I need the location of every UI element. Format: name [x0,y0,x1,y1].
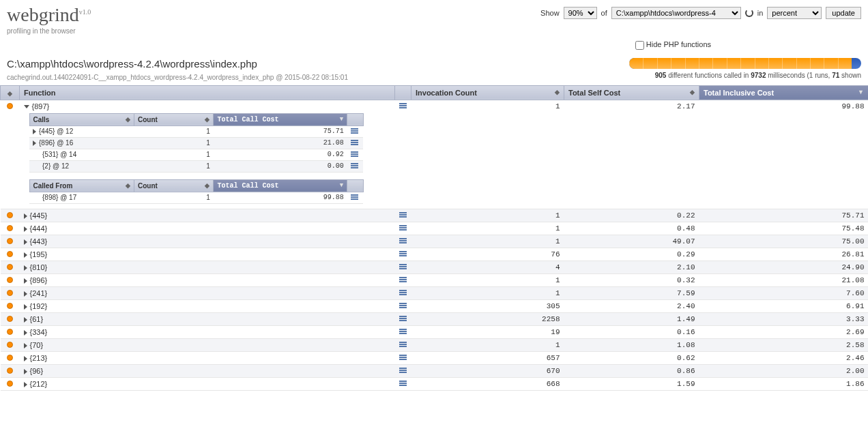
view-file-icon[interactable] [351,139,359,146]
call-count: 1 [134,137,213,149]
function-name[interactable]: {212} [30,380,48,388]
view-file-icon[interactable] [399,341,407,348]
function-name[interactable]: {445} [30,211,48,220]
view-file-icon[interactable] [351,128,359,134]
view-file-icon[interactable] [399,302,407,309]
function-name[interactable]: {241} [30,289,48,297]
expand-icon[interactable] [24,278,27,284]
refresh-icon[interactable] [745,9,753,17]
cell-self-cost: 0.22 [564,209,699,222]
show-percent-select[interactable]: 90% [564,7,597,19]
view-file-icon[interactable] [399,211,407,218]
function-name[interactable]: {192} [30,302,48,310]
cell-invocation: 4 [411,261,564,273]
view-file-icon[interactable] [351,194,359,200]
cell-inclusive: 75.48 [699,222,869,235]
col-function[interactable]: Function [20,85,395,100]
col-inclusive-cost[interactable]: Total Inclusive Cost▼ [699,85,869,100]
call-name[interactable]: {445} @ 12 [33,128,73,135]
call-count: 1 [134,125,213,137]
view-file-icon[interactable] [399,237,407,244]
sub-col-calls[interactable]: Calls◆ [29,113,134,125]
expand-icon[interactable] [24,330,27,336]
view-file-icon[interactable] [399,380,407,387]
cell-inclusive: 2.58 [699,338,869,351]
type-dot-icon [7,277,13,283]
cell-inclusive: 21.08 [699,273,869,286]
expand-icon[interactable] [33,129,36,134]
call-name[interactable]: {896} @ 16 [33,139,73,147]
view-file-icon[interactable] [399,328,407,335]
show-label: Show [540,9,560,17]
table-row: {444}10.4875.48 [1,222,869,235]
col-self-cost[interactable]: Total Self Cost◆ [564,85,699,100]
function-name[interactable]: {810} [30,263,48,271]
function-name[interactable]: {61} [30,315,44,323]
function-name[interactable]: {334} [30,328,48,336]
cell-invocation: 1 [411,273,564,286]
sub-col-cost2[interactable]: Total Call Cost▼ [214,179,347,192]
function-name[interactable]: {897} [32,102,50,110]
col-type[interactable]: ◆ [1,85,20,100]
col-invocation[interactable]: Invocation Count◆ [411,85,564,100]
cell-invocation: 1 [411,338,564,351]
unit-select[interactable]: percent [767,7,822,19]
function-name[interactable]: {96} [30,367,44,375]
hide-php-checkbox[interactable] [635,41,644,50]
function-name[interactable]: {443} [30,237,48,246]
expand-icon[interactable] [24,382,27,387]
expand-icon[interactable] [24,317,27,323]
caller-name[interactable]: {898} @ 17 [33,194,76,201]
expand-icon[interactable] [24,343,27,348]
function-name[interactable]: {70} [30,341,44,349]
expand-icon[interactable] [24,226,27,232]
sub-col-cost[interactable]: Total Call Cost▼ [214,113,347,125]
function-name[interactable]: {195} [30,250,48,258]
sub-col-count[interactable]: Count◆ [134,113,213,125]
caller-cost: 99.88 [214,192,347,203]
function-name[interactable]: {444} [30,224,48,233]
cell-invocation: 670 [411,364,564,377]
cell-inclusive: 1.86 [699,377,869,390]
sub-col-count2[interactable]: Count◆ [134,179,213,192]
table-row: {212}6681.591.86 [1,377,869,390]
view-file-icon[interactable] [399,289,407,296]
expand-icon[interactable] [24,265,27,271]
view-file-icon[interactable] [399,250,407,257]
view-file-icon[interactable] [399,367,407,374]
expand-icon[interactable] [24,369,27,374]
view-file-icon[interactable] [399,276,407,283]
view-file-icon[interactable] [399,315,407,322]
view-file-icon[interactable] [399,263,407,270]
expand-icon[interactable] [24,239,27,245]
expand-icon[interactable] [24,291,27,297]
expand-icon[interactable] [33,140,36,146]
logo: webgrindv1.0 [7,4,91,26]
cell-invocation: 305 [411,299,564,312]
function-name[interactable]: {213} [30,354,48,362]
call-name[interactable]: {2} @ 12 [33,162,69,170]
update-button[interactable]: update [826,7,861,19]
sub-col-called-from[interactable]: Called From◆ [29,179,134,192]
view-file-icon[interactable] [351,162,359,169]
table-row: {896}10.3221.08 [1,273,869,286]
expand-icon[interactable] [24,356,27,361]
file-select[interactable]: C:\xampp\htdocs\wordpress-4 [611,7,741,19]
cell-self-cost: 0.48 [564,222,699,235]
view-file-icon[interactable] [399,224,407,231]
cell-inclusive: 7.60 [699,286,869,299]
call-name[interactable]: {531} @ 14 [33,151,76,158]
cell-invocation: 1 [411,235,564,248]
expand-icon[interactable] [24,252,27,258]
expand-icon[interactable] [24,304,27,310]
type-dot-icon [7,381,13,387]
type-dot-icon [7,251,13,257]
type-dot-icon [7,368,13,374]
function-name[interactable]: {896} [30,276,48,284]
view-file-icon[interactable] [399,354,407,361]
expand-icon[interactable] [24,213,27,219]
of-label: of [601,9,607,17]
view-file-icon[interactable] [351,151,359,158]
view-file-icon[interactable] [399,102,407,109]
expand-icon[interactable] [24,105,29,108]
